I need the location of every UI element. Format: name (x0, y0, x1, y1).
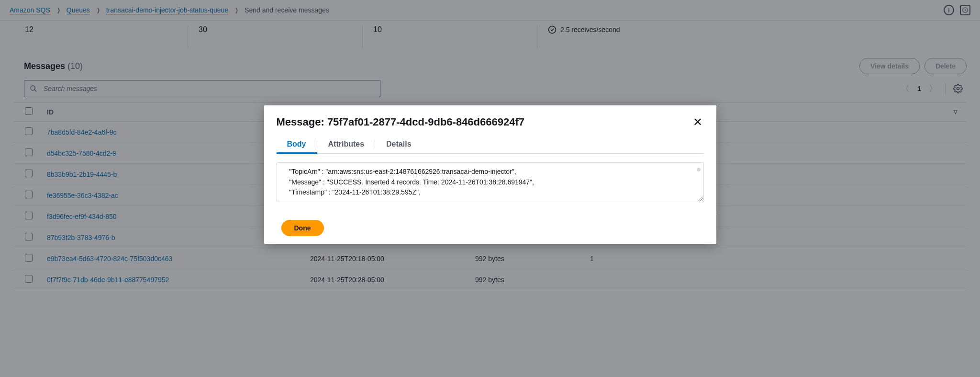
resize-handle-icon[interactable] (697, 195, 702, 201)
message-body-text[interactable]: "TopicArn" : "arn:aws:sns:us-east-2:1487… (277, 162, 704, 202)
modal-title: Message: 75f7af01-2877-4dcd-9db6-846d666… (277, 116, 525, 128)
tab-attributes[interactable]: Attributes (318, 135, 376, 153)
tab-details[interactable]: Details (376, 135, 422, 153)
tab-body[interactable]: Body (277, 135, 317, 153)
done-button[interactable]: Done (281, 220, 324, 236)
modal-overlay[interactable]: Message: 75f7af01-2877-4dcd-9db6-846d666… (0, 0, 980, 377)
close-icon[interactable]: ✕ (691, 116, 704, 128)
message-modal: Message: 75f7af01-2877-4dcd-9db6-846d666… (264, 105, 716, 244)
modal-tabs: Body Attributes Details (264, 132, 716, 153)
scrollbar-thumb[interactable] (697, 168, 701, 171)
